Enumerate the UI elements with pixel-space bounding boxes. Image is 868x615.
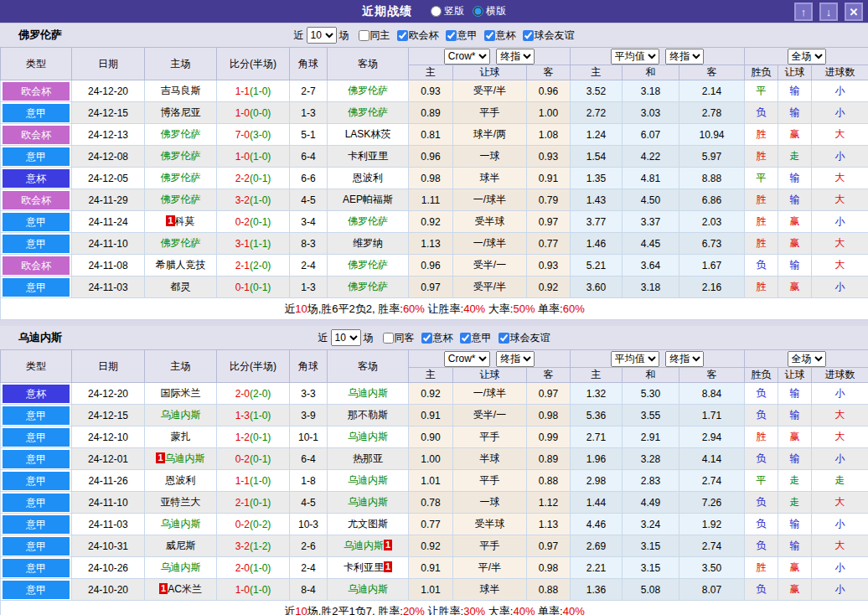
scope-select[interactable]: 全场 (788, 351, 826, 367)
average-stage-select[interactable]: 终指 (665, 351, 704, 367)
score-cell[interactable]: 0-1(0-1) (217, 276, 290, 298)
horizontal-view-radio[interactable] (473, 6, 483, 17)
score-cell[interactable]: 3-2(1-0) (217, 189, 290, 211)
score-cell[interactable]: 0-2(0-1) (217, 211, 290, 233)
fulltime-score: 1-2 (235, 432, 250, 443)
filter-checkbox[interactable] (523, 30, 534, 41)
home-team-name: 乌迪内斯 (165, 452, 205, 464)
score-cell[interactable]: 1-0(1-0) (217, 146, 290, 168)
filter-checkbox-option[interactable]: 意甲 (439, 28, 478, 43)
home-team-cell: 佛罗伦萨 (145, 168, 217, 189)
average-source-select[interactable]: 平均值 (611, 351, 659, 367)
close-button[interactable]: ✕ (845, 3, 863, 21)
score-cell[interactable]: 2-1(0-1) (217, 492, 290, 514)
score-cell[interactable]: 2-0(2-0) (217, 383, 290, 405)
filter-checkbox[interactable] (421, 333, 432, 344)
filter-checkbox-option[interactable]: 同主 (352, 28, 390, 43)
odds-company-select[interactable]: Crow* (444, 351, 490, 367)
halftime-score: (2-0) (250, 260, 271, 271)
summary-value: 30% (463, 605, 485, 615)
view-option-vertical[interactable]: 竖版 (431, 4, 464, 18)
odds-home-cell: 0.96 (409, 146, 453, 168)
date-cell: 24-10-31 (72, 535, 145, 557)
average-group-header: 平均值 终指 (571, 48, 745, 65)
avg-home-cell: 2.98 (571, 470, 623, 492)
result-handicap-cell: 输 (778, 383, 812, 405)
score-cell[interactable]: 1-0(1-0) (217, 579, 290, 601)
filter-checkbox[interactable] (383, 333, 394, 344)
score-cell[interactable]: 1-1(1-0) (217, 470, 290, 492)
league-cell: 意甲 (1, 579, 72, 601)
match-count-select[interactable]: 10 (331, 329, 361, 346)
average-source-select[interactable]: 平均值 (611, 49, 659, 65)
home-team-cell: 亚特兰大 (145, 492, 217, 514)
scope-select[interactable]: 全场 (788, 49, 826, 65)
filter-checkbox-option[interactable]: 意杯 (478, 28, 516, 43)
halftime-score: (1-2) (250, 540, 271, 552)
subcol-avg-away: 客 (679, 368, 745, 383)
vertical-view-radio[interactable] (431, 6, 442, 17)
odds-stage-select[interactable]: 终指 (496, 49, 535, 65)
odds-company-select[interactable]: Crow* (444, 49, 490, 65)
score-cell[interactable]: 1-2(0-1) (217, 426, 290, 448)
result-wdl-cell: 负 (745, 383, 778, 405)
away-team-cell: 佛罗伦萨 (328, 211, 409, 233)
filter-checkbox-option[interactable]: 意甲 (453, 331, 492, 345)
team-section: 佛罗伦萨 近 10 场 同主欧会杯意甲意杯球会友谊 类型 日期 (0, 23, 868, 320)
halftime-score: (1-0) (250, 562, 271, 574)
odds-stage-select[interactable]: 终指 (496, 351, 535, 367)
league-tag: 意甲 (3, 581, 70, 599)
league-cell: 意甲 (1, 492, 72, 514)
score-cell[interactable]: 3-1(1-1) (217, 233, 290, 255)
home-team-name: 吉马良斯 (161, 85, 201, 96)
score-cell[interactable]: 1-1(1-0) (217, 80, 290, 102)
match-count-select[interactable]: 10 (307, 27, 337, 44)
filter-checkbox-option[interactable]: 同客 (376, 331, 415, 345)
away-team-cell: LASK林茨 (328, 124, 409, 146)
score-cell[interactable]: 2-1(2-0) (217, 255, 290, 276)
filter-checkbox[interactable] (359, 30, 369, 41)
subcol-wdl: 胜负 (745, 65, 778, 80)
score-cell[interactable]: 7-0(3-0) (217, 124, 290, 146)
score-cell[interactable]: 0-2(0-2) (217, 514, 290, 535)
filter-checkbox[interactable] (446, 30, 457, 41)
handicap-cell: 一球 (453, 146, 527, 168)
subcol-avg-home: 主 (571, 368, 623, 383)
result-goals-cell: 大 (812, 492, 868, 514)
score-cell[interactable]: 2-0(1-0) (217, 557, 290, 579)
filter-checkbox-option[interactable]: 球会友谊 (492, 331, 550, 345)
league-cell: 意甲 (1, 102, 72, 124)
avg-draw-cell: 2.91 (623, 426, 679, 448)
view-option-horizontal[interactable]: 横版 (473, 4, 506, 18)
subcol-avg-draw: 和 (623, 65, 679, 80)
filter-checkbox-option[interactable]: 意杯 (415, 331, 453, 345)
result-goals-cell: 小 (812, 514, 868, 535)
home-team-name: 蒙扎 (171, 431, 191, 442)
away-team-cell: 乌迪内斯 (328, 579, 409, 601)
average-stage-select[interactable]: 终指 (665, 49, 704, 65)
handicap-cell: 受半球 (453, 211, 527, 233)
score-cell[interactable]: 1-0(0-0) (217, 102, 290, 124)
summary-label: 让胜率: (425, 302, 463, 315)
halftime-score: (0-1) (250, 216, 271, 228)
filter-checkbox[interactable] (460, 333, 471, 344)
filter-checkbox[interactable] (397, 30, 408, 41)
filter-checkbox-label: 同客 (395, 331, 415, 345)
score-cell[interactable]: 1-3(1-0) (217, 405, 290, 426)
avg-draw-cell: 2.83 (623, 470, 679, 492)
result-goals-cell: 小 (812, 448, 868, 470)
result-wdl-cell: 胜 (745, 211, 778, 233)
result-wdl-cell: 负 (745, 514, 778, 535)
move-up-button[interactable]: ↑ (794, 3, 813, 21)
score-cell[interactable]: 3-2(1-2) (217, 535, 290, 557)
score-cell[interactable]: 2-2(0-1) (217, 168, 290, 189)
odds-home-cell: 0.93 (409, 80, 453, 102)
filter-checkbox[interactable] (499, 333, 509, 344)
avg-draw-cell: 3.28 (623, 448, 679, 470)
handicap-cell: 球半 (453, 168, 527, 189)
score-cell[interactable]: 0-2(0-1) (217, 448, 290, 470)
move-down-button[interactable]: ↓ (819, 3, 838, 21)
filter-checkbox-option[interactable]: 欧会杯 (390, 28, 439, 43)
filter-checkbox-option[interactable]: 球会友谊 (516, 28, 575, 43)
filter-checkbox[interactable] (484, 30, 495, 41)
